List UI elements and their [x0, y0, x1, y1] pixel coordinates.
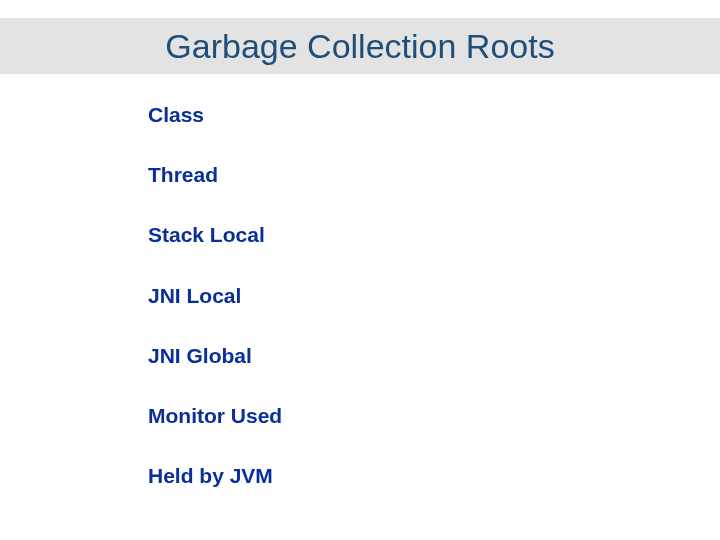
list-item: JNI Global [148, 343, 720, 368]
list-item: Thread [148, 162, 720, 187]
list-item: Held by JVM [148, 463, 720, 488]
title-bar: Garbage Collection Roots [0, 18, 720, 74]
page-title: Garbage Collection Roots [165, 27, 554, 66]
list-item: Class [148, 102, 720, 127]
content-list: Class Thread Stack Local JNI Local JNI G… [0, 74, 720, 488]
list-item: Stack Local [148, 222, 720, 247]
list-item: JNI Local [148, 283, 720, 308]
list-item: Monitor Used [148, 403, 720, 428]
